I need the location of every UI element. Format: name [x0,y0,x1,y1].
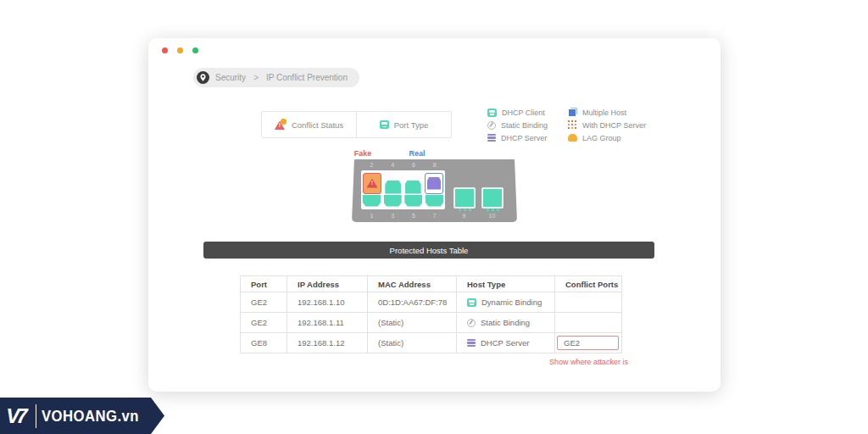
port-number: 8 [433,162,437,168]
cell-port: GE2 [241,292,287,313]
cell-port: GE8 [241,333,287,353]
port-number: 10 [489,213,496,219]
port-8-real-dhcp-server[interactable] [425,173,443,194]
port-numbers-bottom: 1 3 5 7 [361,213,445,219]
tab-label: Conflict Status [292,120,343,130]
host-type-label: Static Binding [481,318,530,327]
view-tabs: Conflict Status Port Type [261,111,452,138]
breadcrumb-section: Security [215,73,246,82]
col-header-mac: MAC Address [368,276,457,292]
legend-item-with-dhcp-server: With DHCP Server [568,119,646,131]
cell-ip: 192.168.1.12 [287,333,368,353]
switch-chassis: 2 4 6 8 [352,159,517,222]
static-binding-icon [467,319,476,327]
screenshot: Security > IP Conflict Prevention Confli… [0,0,868,434]
breadcrumb-separator: > [253,73,259,82]
real-dhcp-label: Real [404,149,430,158]
port-10[interactable] [481,187,504,209]
legend-item-multiple-host: Multiple Host [568,106,646,119]
tab-conflict-status[interactable]: Conflict Status [262,112,356,137]
table-row: GE2 192.168.1.11 (Static) Static Binding [241,313,622,333]
legend: DHCP Client Static Binding DHCP Server M… [487,106,646,144]
port-3[interactable] [384,195,402,207]
table-header-row: Port IP Address MAC Address Host Type Co… [241,276,622,292]
window-controls [162,47,198,53]
port-monitor-icon [380,120,389,129]
port-6[interactable] [405,181,421,194]
port-number: 5 [412,213,415,219]
app-window: Security > IP Conflict Prevention Confli… [148,38,721,392]
cell-mac: (Static) [368,313,457,333]
col-header-ip: IP Address [287,276,368,292]
port-numbers-top: 2 4 6 8 [361,162,445,168]
legend-label: Multiple Host [582,108,626,117]
tab-label: Port Type [394,120,429,130]
legend-label: DHCP Client [502,108,545,117]
legend-label: DHCP Server [501,134,547,142]
legend-label: Static Binding [501,121,548,130]
protected-hosts-table: Port IP Address MAC Address Host Type Co… [240,275,622,353]
attacker-annotation: Show where attacker is [240,358,628,366]
host-type-label: DHCP Server [481,338,529,348]
breadcrumb[interactable]: Security > IP Conflict Prevention [193,68,359,87]
port-number: 7 [433,213,437,219]
with-dhcp-server-icon [568,120,577,130]
table-title: Protected Hosts Table [390,246,469,255]
dhcp-server-icon [467,339,476,348]
vohoang-watermark-logo: V7 VOHOANG.vn [0,398,164,434]
multiple-host-icon [568,108,577,117]
port-number: 6 [412,162,415,168]
cell-host-type: Dynamic Binding [457,292,555,313]
cell-mac: 0D:1D:AA67:DF:78 [368,292,457,313]
dhcp-server-icon [487,134,496,142]
legend-label: LAG Group [582,134,621,142]
port-9[interactable] [453,187,476,209]
legend-label: With DHCP Server [582,121,646,130]
logo-divider [36,404,36,428]
port-5[interactable] [404,195,422,207]
fake-dhcp-label: Fake [350,149,376,158]
cell-host-type: Static Binding [457,313,555,333]
warning-triangle-icon [275,120,287,130]
port-number: 4 [391,162,394,168]
lag-group-icon [568,134,577,142]
cell-ip: 192.168.1.11 [287,313,368,333]
port-number: 2 [370,162,373,168]
port-7[interactable] [426,195,443,207]
cell-mac: (Static) [368,333,457,353]
dhcp-client-icon [487,108,497,117]
port-number: 1 [370,213,373,219]
legend-item-dhcp-client: DHCP Client [487,106,548,119]
cell-port: GE2 [241,313,287,333]
port-4[interactable] [385,181,401,194]
static-binding-icon [487,121,496,130]
host-type-label: Dynamic Binding [481,298,542,307]
cell-host-type: DHCP Server [457,333,555,353]
port-panel [361,170,445,209]
tab-port-type[interactable]: Port Type [356,112,451,137]
uplink-port-numbers: 9 10 [451,213,507,219]
col-header-host-type: Host Type [457,276,555,292]
attack-warning-icon [367,179,378,188]
col-header-conflict-ports: Conflict Ports [555,276,622,292]
close-window-icon[interactable] [162,47,168,53]
cell-ip: 192.168.1.10 [287,292,368,313]
port-2-fake-attacker[interactable] [363,173,381,194]
logo-text: VOHOANG.vn [42,407,139,426]
legend-item-lag-group: LAG Group [568,131,646,144]
port-1[interactable] [363,195,381,207]
table-title-bar: Protected Hosts Table [203,242,654,259]
cell-conflict: GE2 [555,333,622,353]
cell-conflict [555,292,622,313]
dhcp-server-plug-icon [427,177,441,190]
dhcp-client-icon [467,298,476,307]
legend-item-dhcp-server: DHCP Server [487,131,548,144]
port-number: 3 [391,213,394,219]
table-row: GE8 192.168.1.12 (Static) DHCP Server GE… [241,333,622,353]
breadcrumb-page: IP Conflict Prevention [266,73,348,82]
col-header-port: Port [241,276,287,292]
minimize-window-icon[interactable] [177,47,183,53]
zoom-window-icon[interactable] [192,47,198,53]
vh-logo-icon: V7 [0,404,34,428]
table-row: GE2 192.168.1.10 0D:1D:AA67:DF:78 Dynami… [241,292,622,313]
